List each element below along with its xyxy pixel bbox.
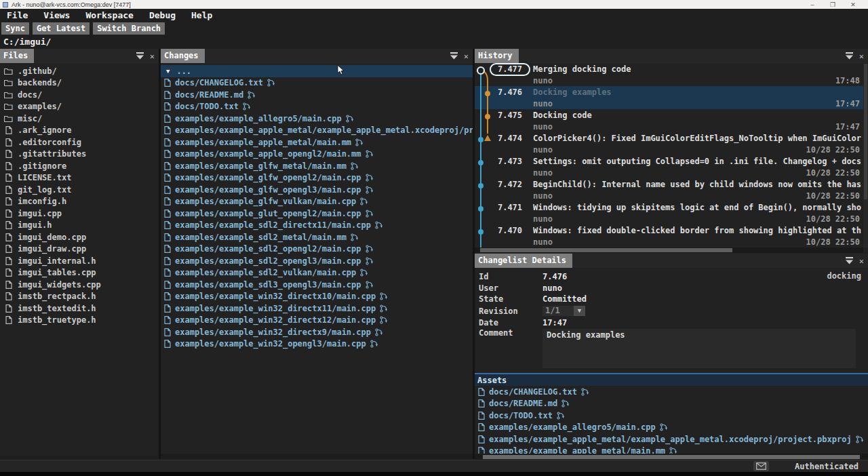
branch-icon [370, 340, 379, 348]
file-tree-item[interactable]: .gitignore [0, 160, 159, 172]
file-tree-item[interactable]: git_log.txt [0, 184, 159, 196]
changed-file-row[interactable]: docs/README.md [161, 89, 473, 101]
file-tree-item[interactable]: imconfig.h [0, 196, 159, 208]
changed-file-row[interactable]: examples/example_sdl3_opengl3/main.cpp [161, 279, 473, 291]
changed-file-row[interactable]: examples/example_allegro5/main.cpp [161, 113, 473, 125]
changed-file-row[interactable]: examples/example_apple_metal/main.mm [161, 136, 473, 148]
maximize-button[interactable]: ❐ [829, 1, 837, 8]
commit-row[interactable]: 7.475 Docking code nuno 17:47 [475, 109, 868, 132]
file-tree-item[interactable]: imgui.h [0, 220, 159, 232]
changed-file-row[interactable]: examples/example_glfw_opengl3/main.cpp [161, 184, 473, 196]
changed-file-row[interactable]: examples/example_apple_opengl2/main.mm [161, 148, 473, 161]
close-icon[interactable]: ✕ [464, 52, 469, 61]
commit-row[interactable]: 7.472 BeginChild(): Internal name used b… [475, 178, 868, 201]
chevron-down-icon[interactable]: ▼ [574, 306, 585, 316]
asset-file-row[interactable]: docs/TODO.txt [475, 410, 868, 422]
branch-icon [561, 399, 570, 408]
changed-file-row[interactable]: examples/example_win32_directx9/main.cpp [161, 326, 473, 338]
close-button[interactable]: ✕ [849, 1, 857, 8]
file-tree-item[interactable]: examples/ [0, 101, 159, 113]
menu-item[interactable]: Views [43, 10, 70, 20]
file-tree-item[interactable]: .ark_ignore [0, 125, 159, 137]
filter-icon[interactable] [845, 254, 854, 267]
toolbar-button[interactable]: Get Latest [33, 22, 90, 35]
revision-dropdown[interactable]: 1/1 ▼ [542, 306, 585, 316]
filter-icon[interactable] [845, 49, 854, 62]
changed-file-row[interactable]: examples/example_sdl2_metal/main.mm [161, 231, 473, 243]
filter-icon[interactable] [136, 49, 144, 62]
changes-horizontal-scrollbar[interactable] [161, 454, 473, 458]
menu-item[interactable]: Help [191, 10, 212, 20]
changed-file-row[interactable]: examples/example_sdl2_opengl3/main.cpp [161, 255, 473, 267]
asset-file-row[interactable]: examples/example_apple_metal/main.mm [475, 445, 868, 454]
file-icon [478, 447, 485, 454]
changed-file-row[interactable]: docs/CHANGELOG.txt [161, 77, 473, 90]
changed-file-row[interactable]: examples/example_sdl2_directx11/main.cpp [161, 220, 473, 232]
menu-item[interactable]: Debug [149, 10, 176, 20]
changed-file-row[interactable]: examples/example_sdl2_vulkan/main.cpp [161, 267, 473, 279]
file-tree-item[interactable]: imgui_demo.cpp [0, 231, 159, 243]
file-tree-item[interactable]: imgui_draw.cpp [0, 243, 159, 256]
changed-file-row[interactable]: examples/example_glut_opengl2/main.cpp [161, 207, 473, 220]
branch-icon [375, 328, 384, 336]
file-tree-item[interactable]: backends/ [0, 77, 159, 90]
changed-file-row[interactable]: examples/example_glfw_vulkan/main.cpp [161, 196, 473, 208]
minimize-button[interactable]: – [808, 1, 816, 8]
changes-root-row[interactable]: ▼ ... [161, 65, 473, 77]
changes-tab[interactable]: Changes [161, 49, 205, 63]
menu-item[interactable]: Workspace [85, 10, 133, 20]
changed-file-row[interactable]: examples/example_win32_opengl3/main.cpp [161, 338, 473, 351]
commit-row[interactable]: 7.477 Merging docking code nuno 17:48 [475, 63, 868, 86]
asset-file-row[interactable]: examples/example_allegro5/main.cpp [475, 422, 868, 434]
menu-item[interactable]: File [7, 10, 28, 20]
file-icon [164, 281, 171, 289]
commit-row[interactable]: 7.476 Docking examples nuno 17:47 [475, 86, 868, 109]
changed-file-row[interactable]: examples/example_sdl2_opengl2/main.cpp [161, 243, 473, 256]
expander-icon[interactable]: ▼ [166, 68, 170, 75]
file-icon [164, 304, 171, 313]
file-tree-item[interactable]: imgui_tables.cpp [0, 267, 159, 279]
assets-horizontal-scrollbar[interactable] [475, 454, 868, 460]
changelist-details-tab[interactable]: Changelist Details [475, 254, 572, 268]
asset-file-path: docs/TODO.txt [489, 411, 553, 420]
history-vertical-scrollbar[interactable] [863, 64, 868, 247]
close-icon[interactable]: ✕ [859, 256, 864, 266]
changed-file-row[interactable]: examples/example_win32_directx11/main.cp… [161, 302, 473, 315]
file-tree-item[interactable]: .editorconfig [0, 136, 159, 148]
history-horizontal-scrollbar[interactable] [475, 247, 863, 253]
changed-file-row[interactable]: docs/TODO.txt [161, 101, 473, 113]
changed-file-row[interactable]: examples/example_glfw_metal/main.mm [161, 160, 473, 172]
commit-row[interactable]: 7.474 ColorPicker4(): Fixed ImGuiColorEd… [475, 132, 868, 155]
file-tree-item[interactable]: docs/ [0, 89, 159, 101]
commit-row[interactable]: 7.471 Windows: tidying up skipitems logi… [475, 201, 868, 224]
file-tree-item[interactable]: LICENSE.txt [0, 172, 159, 184]
comment-field[interactable]: Docking examples [542, 329, 856, 368]
file-tree-item[interactable]: imstb_rectpack.h [0, 291, 159, 303]
filter-icon[interactable] [450, 49, 458, 62]
file-tree-item[interactable]: misc/ [0, 113, 159, 125]
files-tab[interactable]: Files [0, 49, 34, 63]
asset-file-row[interactable]: examples/example_apple_metal/example_app… [475, 433, 868, 445]
changed-file-row[interactable]: examples/example_glfw_opengl2/main.cpp [161, 172, 473, 184]
file-tree-item[interactable]: imgui_internal.h [0, 255, 159, 267]
close-icon[interactable]: ✕ [859, 52, 864, 61]
history-tab[interactable]: History [475, 49, 519, 63]
asset-file-row[interactable]: docs/CHANGELOG.txt [475, 386, 868, 398]
toolbar-button[interactable]: Sync [1, 22, 29, 35]
commit-row[interactable]: 7.473 Settings: omit outputing Collapsed… [475, 155, 868, 178]
close-icon[interactable]: ✕ [150, 52, 155, 61]
file-tree-item[interactable]: imgui_widgets.cpp [0, 279, 159, 291]
file-tree-item[interactable]: imgui.cpp [0, 207, 159, 220]
file-icon [164, 79, 171, 87]
file-tree-item[interactable]: .github/ [0, 65, 159, 77]
changed-file-row[interactable]: examples/example_apple_metal/example_app… [161, 125, 473, 137]
branch-icon [267, 79, 276, 87]
changed-file-row[interactable]: examples/example_win32_directx12/main.cp… [161, 315, 473, 327]
file-tree-item[interactable]: imstb_truetype.h [0, 315, 159, 327]
commit-row[interactable]: 7.470 Windows: fixed double-clicked bord… [475, 224, 868, 247]
file-tree-item[interactable]: imstb_textedit.h [0, 302, 159, 315]
changed-file-row[interactable]: examples/example_win32_directx10/main.cp… [161, 291, 473, 303]
file-tree-item[interactable]: .gitattributes [0, 148, 159, 161]
asset-file-row[interactable]: docs/README.md [475, 398, 868, 410]
toolbar-button[interactable]: Switch Branch [93, 22, 165, 35]
